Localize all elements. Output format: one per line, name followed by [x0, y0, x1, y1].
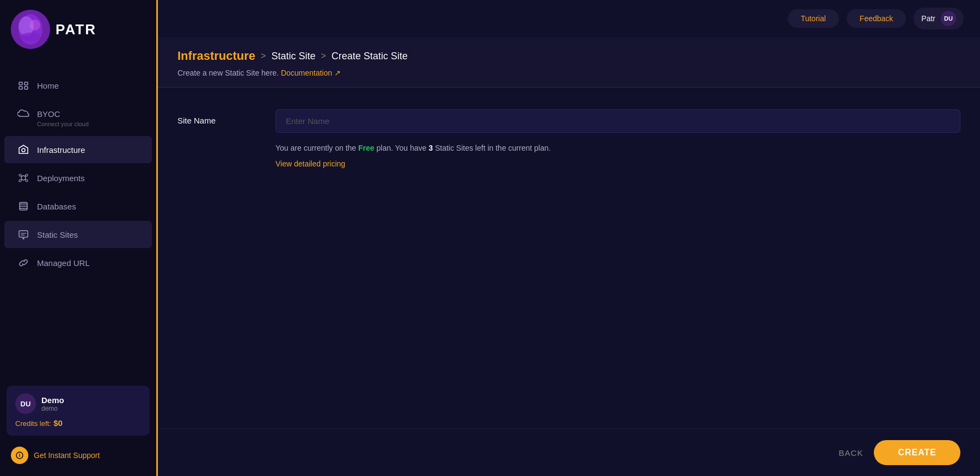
main-content: Tutorial Feedback Patr DU Infrastructure… [158, 0, 980, 476]
svg-point-14 [26, 180, 28, 182]
content-header: Infrastructure > Static Site > Create St… [158, 37, 980, 88]
sidebar-item-static-sites[interactable]: Static Sites [4, 221, 152, 248]
plan-prefix: You are currently on the [275, 144, 356, 152]
static-sites-icon [17, 228, 29, 240]
sidebar-item-managed-url[interactable]: Managed URL [4, 249, 152, 276]
sidebar-bottom: DU Demo demo Credits left: $0 Get Instan… [0, 377, 156, 476]
topbar-user-name: Patr [921, 14, 935, 23]
svg-rect-8 [24, 86, 28, 89]
svg-point-3 [29, 20, 40, 30]
topbar: Tutorial Feedback Patr DU [158, 0, 980, 37]
tutorial-button[interactable]: Tutorial [788, 9, 839, 28]
breadcrumb-current: Create Static Site [332, 51, 408, 62]
breadcrumb: Infrastructure > Static Site > Create St… [177, 49, 960, 63]
footer: BACK CREATE [158, 429, 980, 476]
sidebar-item-label-byoc: BYOC [37, 109, 60, 119]
topbar-user[interactable]: Patr DU [914, 8, 964, 29]
home-icon [17, 79, 29, 91]
form-section: Site Name You are currently on the Free … [158, 88, 980, 429]
header-description: Create a new Static Site here. Documenta… [177, 69, 960, 77]
plan-mid: plan. You have [377, 144, 427, 152]
sidebar-item-label-infrastructure: Infrastructure [37, 145, 85, 154]
sidebar-item-label-deployments: Deployments [37, 174, 85, 183]
topbar-avatar: DU [941, 11, 956, 26]
svg-rect-6 [24, 82, 28, 85]
user-card: DU Demo demo Credits left: $0 [7, 386, 150, 436]
sidebar-item-databases[interactable]: Databases [4, 193, 152, 220]
svg-point-13 [19, 180, 21, 182]
infrastructure-icon [17, 144, 29, 156]
managed-url-icon [17, 257, 29, 269]
user-card-handle: demo [41, 405, 64, 412]
header-desc-text: Create a new Static Site here. [177, 69, 279, 77]
sidebar-nav: Home BYOC Connect your cloud [0, 54, 156, 377]
svg-point-4 [21, 33, 40, 41]
svg-rect-7 [19, 86, 22, 89]
support-label: Get Instant Support [34, 451, 100, 460]
svg-rect-5 [19, 82, 22, 85]
credits-value: $0 [53, 418, 63, 428]
plan-name: Free [358, 144, 375, 152]
plan-count: 3 [428, 144, 433, 152]
sidebar-item-infrastructure[interactable]: Infrastructure [4, 136, 152, 163]
user-card-name: Demo [41, 395, 64, 405]
logo-area: PATR [0, 0, 156, 54]
byoc-sublabel: Connect your cloud [37, 121, 89, 127]
site-name-input[interactable] [275, 109, 960, 133]
plan-suffix: Static Sites left in the current plan. [435, 144, 550, 152]
feedback-button[interactable]: Feedback [847, 9, 906, 28]
sidebar-item-label-managed-url: Managed URL [37, 258, 90, 268]
site-name-input-area: You are currently on the Free plan. You … [275, 109, 960, 171]
sidebar-item-byoc[interactable]: BYOC Connect your cloud [4, 100, 152, 135]
sidebar-item-label-static-sites: Static Sites [37, 230, 78, 239]
svg-point-11 [19, 174, 21, 176]
databases-icon [17, 200, 29, 212]
breadcrumb-sep2: > [321, 51, 326, 61]
site-name-label: Site Name [177, 109, 275, 125]
pricing-link[interactable]: View detailed pricing [275, 157, 960, 171]
sidebar-item-home[interactable]: Home [4, 72, 152, 99]
documentation-link[interactable]: Documentation ↗ [281, 69, 341, 77]
support-button[interactable]: Get Instant Support [7, 443, 150, 467]
support-icon [11, 447, 28, 464]
logo-icon [11, 10, 50, 49]
svg-rect-23 [19, 231, 28, 237]
breadcrumb-infra: Infrastructure [177, 49, 255, 63]
site-name-row: Site Name You are currently on the Free … [177, 109, 960, 171]
sidebar-item-label-databases: Databases [37, 202, 76, 211]
breadcrumb-sep1: > [261, 51, 266, 61]
user-card-avatar: DU [15, 393, 36, 414]
sidebar-item-deployments[interactable]: Deployments [4, 164, 152, 191]
deployments-icon [17, 172, 29, 184]
byoc-icon [17, 108, 29, 120]
credits-label: Credits left: [15, 419, 51, 428]
sidebar-item-label-home: Home [37, 81, 59, 90]
breadcrumb-middle: Static Site [271, 51, 315, 62]
svg-point-9 [22, 149, 25, 152]
sidebar: PATR Home BYOC [0, 0, 158, 476]
content-area: Infrastructure > Static Site > Create St… [158, 37, 980, 476]
plan-info: You are currently on the Free plan. You … [275, 141, 960, 171]
svg-point-12 [26, 174, 28, 176]
back-button[interactable]: BACK [839, 448, 863, 458]
create-button[interactable]: CREATE [874, 440, 960, 465]
logo-text: PATR [56, 21, 96, 38]
